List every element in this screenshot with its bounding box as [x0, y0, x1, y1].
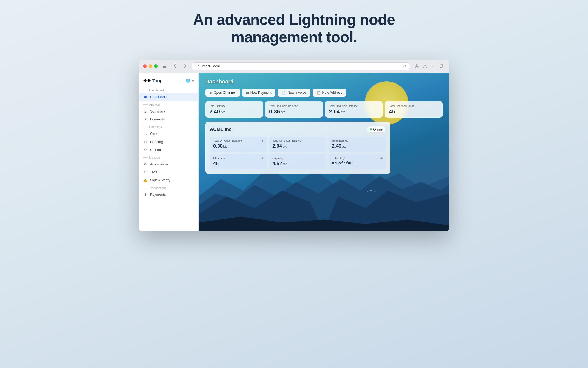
- new-invoice-button[interactable]: 📄 New Invoice: [278, 89, 310, 97]
- node-channels-card: Channels 45 👁: [210, 154, 267, 169]
- total-balance-label: Total Balance: [209, 105, 259, 108]
- node-public-key-label: Public Key: [332, 157, 382, 160]
- node-balance-label: Total Balance: [332, 139, 382, 142]
- new-address-btn-icon: 📋: [317, 91, 321, 95]
- open-channel-btn-icon: ⊕: [209, 91, 212, 95]
- sidebar-toggle-btn[interactable]: [161, 63, 168, 70]
- dashboard-title: Dashboard: [205, 79, 443, 85]
- new-address-button[interactable]: 📋 New Address: [313, 89, 347, 97]
- section-manage: Manage: [139, 154, 198, 160]
- summary-icon: Σ: [143, 109, 148, 113]
- traffic-light-red[interactable]: [143, 64, 147, 68]
- shield-icon: 🛡: [195, 64, 199, 68]
- reload-icon[interactable]: ↺: [403, 64, 406, 68]
- sidebar-item-pending[interactable]: ⊙ Pending: [139, 138, 198, 146]
- browser-right-icons: +: [413, 63, 445, 70]
- node-on-chain-value: 0.36btc: [213, 143, 264, 149]
- off-chain-balance-label: Total Off-Chain Balance: [329, 105, 379, 108]
- forwards-icon: ↗: [143, 117, 148, 121]
- sidebar-item-forwards[interactable]: ↗ Forwards: [139, 115, 198, 123]
- node-balance-value: 2.40btc: [332, 143, 382, 149]
- channel-count-label: Total Channel Count: [389, 105, 439, 108]
- online-dot: [370, 128, 372, 130]
- node-capacity-value: 4.52btc: [272, 161, 323, 167]
- node-capacity-label: Capacity: [272, 157, 323, 160]
- sidebar-item-automation[interactable]: ⚙ Automation: [139, 160, 198, 168]
- logo-text: Torq: [152, 78, 161, 83]
- tags-icon: 🏷: [143, 170, 148, 174]
- node-public-key-card: Public Key 0305f5f40... 👁: [329, 154, 386, 169]
- traffic-light-yellow[interactable]: [149, 64, 152, 68]
- sidebar-item-summary[interactable]: Σ Summary: [139, 107, 198, 115]
- channel-count-value: 45: [389, 109, 439, 114]
- stats-row: Total Balance 2.40btc Total On-Chain Bal…: [205, 101, 443, 118]
- app-layout: ❖❖ Torq 🌐 ≡ Dashboard ⊞ Dashboard Analys…: [139, 73, 449, 231]
- node-public-key-value: 0305f5f40...: [332, 161, 382, 165]
- sidebar-item-open[interactable]: ⌓ Open: [139, 130, 198, 138]
- node-card: ACME Inc Online Total On-Chain Balance 0…: [205, 122, 390, 174]
- node-stats-grid: Total On-Chain Balance 0.36btc 👁 Total O…: [210, 137, 386, 169]
- section-dashboard: Dashboard: [139, 86, 198, 93]
- open-channel-button[interactable]: ⊕ Open Channel: [205, 89, 240, 97]
- node-off-chain-value: 2.04btc: [272, 143, 323, 149]
- section-channels: Channels: [139, 123, 198, 130]
- svg-rect-0: [163, 65, 166, 65]
- open-channel-icon: ⌓: [143, 132, 148, 136]
- globe-icon[interactable]: 🌐: [186, 79, 190, 83]
- node-header: ACME Inc Online: [210, 126, 386, 133]
- action-buttons: ⊕ Open Channel ⊞ New Payment 📄 New Invoi…: [205, 89, 443, 97]
- off-chain-balance-value: 2.04btc: [329, 109, 379, 114]
- on-chain-balance-card: Total On-Chain Balance 0.36btc: [265, 101, 323, 118]
- download-btn[interactable]: [413, 63, 420, 70]
- total-balance-value: 2.40btc: [209, 109, 259, 114]
- section-transactions: Transactions: [139, 184, 198, 191]
- sidebar-item-dashboard[interactable]: ⊞ Dashboard: [139, 93, 198, 101]
- node-channels-value: 45: [213, 161, 264, 167]
- public-key-eye-icon[interactable]: 👁: [380, 157, 383, 160]
- closed-icon: ⊗: [143, 148, 148, 152]
- pending-icon: ⊙: [143, 140, 148, 144]
- logo-icon: ❖❖: [143, 78, 151, 83]
- off-chain-balance-card: Total Off-Chain Balance 2.04btc: [325, 101, 383, 118]
- back-btn[interactable]: [171, 63, 178, 70]
- hero-title: An advanced Lightning node management to…: [193, 11, 395, 46]
- sidebar-item-payments[interactable]: ₿ Payments: [139, 191, 198, 198]
- dashboard-icon: ⊞: [143, 95, 148, 99]
- new-invoice-btn-icon: 📄: [282, 91, 286, 95]
- node-name: ACME Inc: [210, 127, 231, 132]
- new-tab-btn[interactable]: +: [430, 63, 437, 70]
- node-balance-card: Total Balance 2.40btc: [329, 137, 386, 152]
- menu-icon[interactable]: ≡: [192, 79, 194, 83]
- main-content: Dashboard ⊕ Open Channel ⊞ New Payment 📄…: [199, 73, 449, 231]
- browser-toolbar: 🛡 umbrel.local ↺ +: [139, 60, 449, 73]
- forward-btn[interactable]: [182, 63, 189, 70]
- svg-rect-1: [163, 66, 166, 67]
- on-chain-balance-label: Total On-Chain Balance: [269, 105, 319, 108]
- sidebar-item-closed[interactable]: ⊗ Closed: [139, 146, 198, 154]
- on-chain-eye-icon[interactable]: 👁: [261, 139, 264, 143]
- node-off-chain-card: Total Off-Chain Balance 2.04btc: [269, 137, 326, 152]
- section-analyse: Analyse: [139, 101, 198, 107]
- traffic-lights: [143, 64, 158, 68]
- url-text: umbrel.local: [201, 64, 220, 68]
- copy-btn[interactable]: [438, 63, 445, 70]
- sign-verify-icon: ✍: [143, 178, 148, 182]
- share-btn[interactable]: [421, 63, 428, 70]
- sidebar-item-sign-verify[interactable]: ✍ Sign & Verify: [139, 176, 198, 184]
- address-bar[interactable]: 🛡 umbrel.local ↺: [192, 62, 410, 70]
- node-on-chain-label: Total On-Chain Balance: [213, 139, 264, 142]
- node-on-chain-card: Total On-Chain Balance 0.36btc 👁: [210, 137, 267, 152]
- node-off-chain-label: Total Off-Chain Balance: [272, 139, 323, 142]
- node-capacity-card: Capacity 4.52btc: [269, 154, 326, 169]
- new-payment-button[interactable]: ⊞ New Payment: [242, 89, 276, 97]
- automation-icon: ⚙: [143, 162, 148, 166]
- sidebar-item-tags[interactable]: 🏷 Tags: [139, 168, 198, 176]
- new-payment-btn-icon: ⊞: [246, 91, 249, 95]
- total-balance-card: Total Balance 2.40btc: [205, 101, 263, 118]
- on-chain-balance-value: 0.36btc: [269, 109, 319, 114]
- online-badge: Online: [367, 126, 386, 133]
- traffic-light-green[interactable]: [154, 64, 158, 68]
- online-status: Online: [373, 128, 383, 131]
- sidebar-logo: ❖❖ Torq 🌐 ≡: [139, 77, 198, 86]
- channels-eye-icon[interactable]: 👁: [261, 157, 264, 160]
